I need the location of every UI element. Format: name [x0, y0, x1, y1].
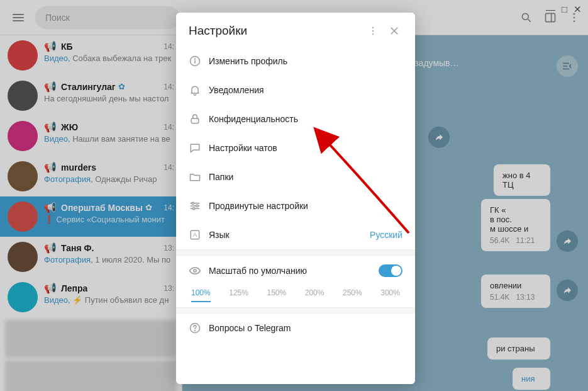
modal-more-icon[interactable] — [365, 23, 381, 39]
svg-point-19 — [192, 202, 194, 204]
settings-item-lang[interactable]: A Язык Русский — [176, 220, 415, 249]
scale-values: 100%125%150%200%250%300% — [189, 288, 402, 302]
svg-point-26 — [195, 331, 196, 331]
modal-close-icon[interactable] — [386, 23, 402, 39]
svg-point-20 — [196, 205, 198, 207]
settings-item-info[interactable]: Изменить профиль — [176, 47, 415, 76]
lock-icon — [189, 113, 209, 125]
settings-item-bell[interactable]: Уведомления — [176, 76, 415, 105]
chat-icon — [189, 142, 209, 154]
eye-icon — [189, 264, 209, 277]
lang-icon: A — [189, 229, 209, 241]
scale-option[interactable]: 250% — [343, 288, 362, 302]
scale-label: Масштаб по умолчанию — [209, 266, 379, 276]
settings-modal: Настройки Изменить профиль Уведомления К… — [176, 13, 415, 384]
settings-item-lock[interactable]: Конфиденциальность — [176, 105, 415, 133]
svg-point-7 — [372, 27, 374, 28]
setting-label: Настройки чатов — [209, 143, 402, 153]
sliders-icon — [189, 200, 209, 212]
svg-text:A: A — [193, 232, 197, 238]
bell-icon — [189, 84, 209, 96]
settings-item-faq[interactable]: Вопросы о Telegram — [176, 314, 415, 343]
setting-label: Изменить профиль — [209, 56, 402, 66]
svg-point-8 — [372, 30, 374, 31]
setting-label: Продвинутые настройки — [209, 201, 402, 211]
info-icon — [189, 55, 209, 67]
scale-section: Масштаб по умолчанию 100%125%150%200%250… — [176, 256, 415, 307]
scale-option[interactable]: 300% — [380, 288, 400, 302]
scale-option[interactable]: 200% — [305, 288, 325, 302]
svg-rect-15 — [191, 118, 199, 123]
settings-item-sliders[interactable]: Продвинутые настройки — [176, 191, 415, 220]
scale-option[interactable]: 100% — [191, 288, 211, 302]
scale-toggle[interactable] — [379, 264, 402, 277]
modal-title: Настройки — [189, 24, 360, 38]
scale-option[interactable]: 150% — [267, 288, 287, 302]
folder-icon — [189, 171, 209, 183]
setting-value: Русский — [370, 230, 402, 240]
svg-point-14 — [195, 59, 196, 59]
help-icon — [189, 322, 209, 334]
divider — [176, 249, 415, 256]
setting-label: Вопросы о Telegram — [209, 323, 402, 333]
setting-label: Папки — [209, 172, 402, 182]
settings-item-chat[interactable]: Настройки чатов — [176, 133, 415, 162]
svg-point-9 — [372, 33, 374, 35]
setting-label: Конфиденциальность — [209, 114, 402, 124]
setting-label: Язык — [209, 230, 370, 240]
scale-option[interactable]: 125% — [229, 288, 248, 302]
svg-point-21 — [193, 208, 195, 210]
svg-point-24 — [194, 269, 196, 272]
settings-item-folder[interactable]: Папки — [176, 162, 415, 191]
divider — [176, 307, 415, 314]
setting-label: Уведомления — [209, 85, 402, 95]
